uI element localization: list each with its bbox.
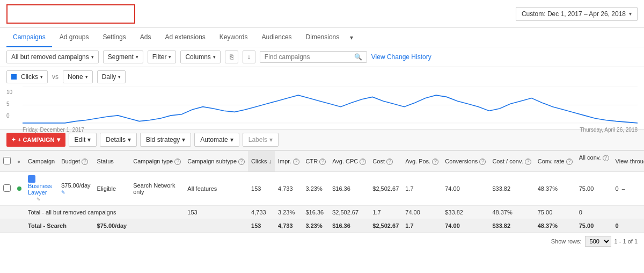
totalsearch-empty-subtype	[184, 219, 248, 233]
conversions-question-icon[interactable]: ?	[479, 159, 486, 165]
campaign-icon	[28, 175, 35, 183]
table-header-row: ● Campaign Budget ? Status Campaign type…	[0, 151, 644, 172]
labels-btn[interactable]: Labels ▾	[243, 133, 279, 147]
cost-conv-question-icon[interactable]: ?	[525, 159, 531, 165]
conversions-col-header[interactable]: Conversions ?	[442, 151, 489, 172]
budget-question-icon[interactable]: ?	[82, 159, 88, 165]
all-conv-question-icon[interactable]: ?	[603, 155, 609, 161]
cost-col-header[interactable]: Cost ?	[369, 151, 402, 172]
campaign-type-question-icon[interactable]: ?	[174, 159, 181, 165]
totalsearch-cost: $2,502.67	[369, 219, 402, 233]
row-status-cell	[14, 172, 25, 206]
plus-icon: +	[12, 136, 16, 143]
total-label-cell: Total - all but removed campaigns	[25, 206, 130, 219]
metric2-btn[interactable]: None ▾	[63, 70, 93, 83]
tab-keywords[interactable]: Keywords	[213, 28, 254, 47]
all-conv-cell: 75.00	[576, 172, 612, 206]
cost-conv-cell: $33.82	[489, 172, 534, 206]
clicks-col-header[interactable]: Clicks ↓	[248, 151, 275, 172]
download-btn[interactable]: ↓	[243, 51, 255, 63]
totalsearch-budget: $75.00/day	[94, 219, 130, 233]
impr-question-icon[interactable]: ?	[293, 159, 299, 165]
edit-btn[interactable]: Edit ▾	[69, 133, 97, 147]
total-view-through: 0	[576, 206, 612, 219]
totalsearch-all-conv: 75.00	[576, 219, 612, 233]
avg-cpc-question-icon[interactable]: ?	[360, 159, 366, 165]
tab-campaigns[interactable]: Campaigns	[6, 28, 52, 47]
tab-dimensions[interactable]: Dimensions	[299, 28, 346, 47]
avg-cpc-col-header[interactable]: Avg. CPC ?	[329, 151, 369, 172]
columns-btn[interactable]: Columns ▾	[180, 51, 220, 63]
campaign-subtype-question-icon[interactable]: ?	[238, 159, 245, 165]
view-through-col-header[interactable]: View-through conv. ?	[612, 151, 644, 172]
search-campaigns-input[interactable]	[265, 53, 351, 61]
tab-adextensions[interactable]: Ad extensions	[158, 28, 211, 47]
totalsearch-empty-type	[130, 219, 184, 233]
total-cost: $2,502.67	[329, 206, 369, 219]
edit-budget-icon[interactable]: ✎	[61, 190, 65, 195]
row-checkbox[interactable]	[3, 184, 11, 192]
bid-strategy-btn[interactable]: Bid strategy ▾	[140, 133, 191, 147]
more-tabs-button[interactable]: ▾	[347, 30, 356, 46]
period-btn[interactable]: Daily ▾	[97, 70, 126, 83]
totalsearch-avg-pos: 1.7	[402, 219, 442, 233]
metric1-btn[interactable]: Clicks ▾	[6, 70, 48, 83]
all-conv-col-header[interactable]: All conv. ? ?	[576, 151, 612, 172]
row-checkbox-cell[interactable]	[0, 172, 14, 206]
conv-rate-col-header[interactable]: Conv. rate ?	[535, 151, 576, 172]
status-cell: Eligible	[94, 172, 130, 206]
tab-adgroups[interactable]: Ad groups	[53, 28, 96, 47]
ctr-question-icon[interactable]: ?	[319, 159, 326, 165]
chevron-down-icon: ▾	[128, 136, 131, 143]
budget-cell: $75.00/day ✎	[58, 172, 93, 206]
view-history-link[interactable]: View Change History	[371, 53, 431, 61]
filter-btn[interactable]: Filter ▾	[148, 51, 177, 63]
chevron-down-icon: ▾	[118, 74, 121, 80]
total-clicks: 153	[184, 206, 248, 219]
details-btn[interactable]: Details ▾	[100, 133, 137, 147]
conv-rate-question-icon[interactable]: ?	[566, 159, 573, 165]
total-empty-subtype	[130, 206, 184, 219]
total-conv-rate: 48.37%	[489, 206, 534, 219]
ctr-col-header[interactable]: CTR ?	[303, 151, 330, 172]
search-icon[interactable]: 🔍	[354, 53, 362, 61]
search-campaigns-field[interactable]: 🔍	[260, 51, 367, 63]
rows-per-page-select[interactable]: 500 100 250	[585, 236, 611, 247]
segment-btn[interactable]: Segment ▾	[103, 51, 143, 63]
budget-col-header: Budget ?	[58, 151, 93, 172]
tab-settings[interactable]: Settings	[96, 28, 132, 47]
chart-view-btn[interactable]: ⎘	[225, 51, 238, 63]
campaign-link[interactable]: Business Lawyer	[28, 183, 52, 196]
total-avg-pos: 1.7	[369, 206, 402, 219]
search-box[interactable]	[6, 4, 135, 24]
date-range-selector[interactable]: Custom: Dec 1, 2017 – Apr 26, 2018 ▾	[516, 7, 638, 21]
campaign-type-col-header: Campaign type ?	[130, 151, 184, 172]
totalsearch-conversions: 74.00	[442, 219, 489, 233]
tab-audiences[interactable]: Audiences	[255, 28, 298, 47]
conversions-cell: 74.00	[442, 172, 489, 206]
y-axis-labels: 10 5 0	[6, 87, 12, 121]
tab-ads[interactable]: Ads	[134, 28, 158, 47]
total-ctr: 3.23%	[275, 206, 303, 219]
chart-x-labels: Friday, December 1, 2017 Thursday, April…	[23, 126, 638, 134]
chart-area: 10 5 0 Friday, December 1, 2017 Thursday…	[0, 87, 644, 130]
avg-pos-col-header[interactable]: Avg. Pos. ?	[402, 151, 442, 172]
date-range-label: Custom: Dec 1, 2017 – Apr 26, 2018	[522, 10, 626, 18]
chart-svg	[23, 87, 638, 124]
select-all-header[interactable]	[0, 151, 14, 172]
select-all-checkbox[interactable]	[3, 157, 11, 164]
chevron-down-icon: ▾	[40, 74, 43, 80]
avg-pos-cell: 1.7	[402, 172, 442, 206]
add-campaign-btn[interactable]: + + CAMPAIGN ▾	[6, 133, 65, 147]
impr-col-header[interactable]: Impr. ?	[275, 151, 303, 172]
filter-campaigns-btn[interactable]: All but removed campaigns ▾	[6, 51, 99, 63]
automate-btn[interactable]: Automate ▾	[194, 133, 239, 147]
cost-conv-col-header[interactable]: Cost / conv. ?	[489, 151, 534, 172]
chevron-down-icon: ▾	[85, 74, 88, 80]
avg-pos-question-icon[interactable]: ?	[432, 159, 438, 165]
total-conversions: 74.00	[402, 206, 442, 219]
clicks-cell: 153	[248, 172, 275, 206]
total-search-row: Total - Search $75.00/day 153 4,733 3.23…	[0, 219, 644, 233]
cost-question-icon[interactable]: ?	[386, 159, 393, 165]
conv-rate-cell: 48.37%	[535, 172, 576, 206]
